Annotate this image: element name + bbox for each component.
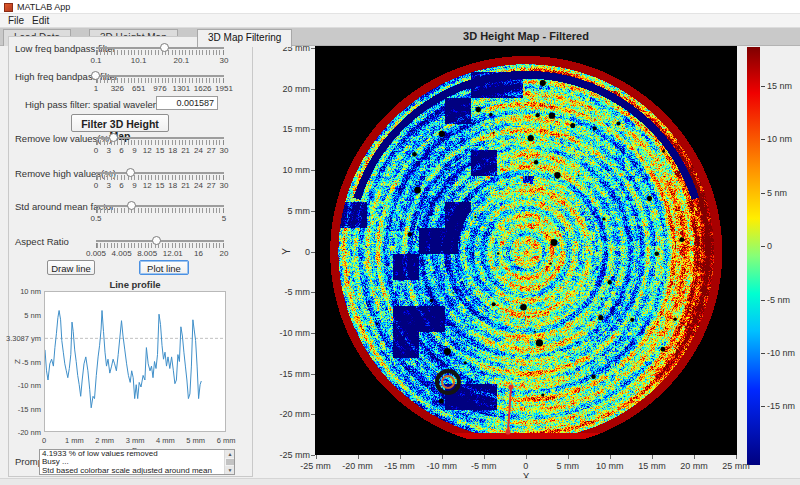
line-profile-y-tick: 5 nm — [0, 311, 41, 320]
heatmap-x-tickmark — [316, 455, 317, 459]
slider-tick-label: 27 — [207, 181, 216, 190]
high-freq-bandpass-slider: 1326651976130116261951 — [96, 69, 224, 93]
slider-tick-label: 326 — [111, 84, 124, 93]
colorbar — [747, 47, 760, 465]
slider-tick-label: 0 — [94, 181, 98, 190]
menu-file[interactable]: File — [4, 15, 28, 26]
std-around-mean-slider: 0.55 — [96, 199, 224, 223]
window-bottom-edge — [0, 478, 800, 485]
remove-high-values-row: Remove high values(%) 036912151821242730 — [9, 166, 254, 192]
prompt-textarea[interactable]: 4.1933 % of low values removed Busy ... … — [39, 449, 235, 475]
heatmap-y-tick: 5 mm — [262, 206, 310, 216]
slider-tick-labels: 0.0054.0058.00512.011620 — [96, 249, 224, 258]
line-profile-x-tick: 1 mm — [65, 436, 84, 445]
slider-ruler — [96, 208, 224, 213]
slider-tick-labels: 036912151821242730 — [96, 181, 224, 190]
slider-thumb[interactable] — [126, 168, 135, 177]
colorbar-tick-label: 15 nm — [767, 81, 792, 91]
heatmap-x-tickmark — [484, 455, 485, 459]
heatmap-plot-area[interactable] — [315, 46, 737, 455]
slider-tick-label: 6 — [119, 181, 123, 190]
colorbar-tick-label: -5 nm — [767, 295, 790, 305]
slider-tick-label: 21 — [181, 181, 190, 190]
filter-control-panel: Low freq bandpass filter 0.110.120.130 H… — [8, 36, 253, 477]
slider-tick-label: 9 — [132, 181, 136, 190]
slider-tick-label: 12.01 — [163, 249, 183, 258]
heatmap-x-tick: -10 mm — [426, 461, 457, 471]
line-profile-y-tick: -5 nm — [0, 358, 41, 367]
line-profile-y-tick: -20 nm — [0, 428, 41, 437]
scroll-thumb[interactable] — [226, 459, 234, 465]
slider-tick-label: 1 — [94, 84, 98, 93]
slider-ruler — [96, 243, 224, 248]
line-profile-x-tick: 6 mm — [217, 436, 236, 445]
slider-tick-label: 3 — [107, 146, 111, 155]
heatmap-x-tick: -15 mm — [384, 461, 415, 471]
line-profile-x-tick: 5 mm — [186, 436, 205, 445]
slider-tick-label: 18 — [168, 181, 177, 190]
slider-tick-label: 1626 — [194, 84, 212, 93]
slider-tick-label: 6 — [119, 146, 123, 155]
high-freq-bandpass-row: High freq bandpass filter 13266519761301… — [9, 69, 254, 95]
scroll-down-icon[interactable]: ▼ — [225, 466, 235, 474]
heatmap-y-tick: -10 mm — [262, 328, 310, 338]
slider-tick-label: 27 — [207, 146, 216, 155]
slider-tick-label: 5 — [222, 214, 226, 223]
slider-tick-label: 30 — [220, 146, 229, 155]
colorbar-tickmark — [761, 139, 765, 140]
heatmap-x-tickmark — [736, 455, 737, 459]
slider-tick-label: 18 — [168, 146, 177, 155]
slider-tick-label: 4.005 — [112, 249, 132, 258]
heatmap-x-tick: 20 mm — [680, 461, 708, 471]
slider-ruler — [96, 50, 224, 55]
slider-track — [96, 75, 224, 77]
colorbar-tickmark — [761, 246, 765, 247]
wafer-heatmap-canvas[interactable] — [315, 46, 737, 455]
aspect-ratio-label: Aspect Ratio — [15, 236, 69, 247]
slider-tick-label: 24 — [194, 181, 203, 190]
line-profile-chart: Line profile Z D 10 nm5 nm3.3087 ym-5 nm… — [13, 279, 251, 457]
filter-3d-height-map-button[interactable]: Filter 3D Height Map — [71, 114, 169, 132]
heatmap-x-tick: 10 mm — [596, 461, 624, 471]
slider-thumb[interactable] — [91, 71, 100, 80]
slider-tick-label: 3 — [107, 181, 111, 190]
slider-tick-label: 12 — [143, 146, 152, 155]
slider-tick-label: 1951 — [215, 84, 233, 93]
slider-tick-label: 0.005 — [86, 249, 106, 258]
heatmap-x-tickmark — [652, 455, 653, 459]
heatmap-x-tick: 5 mm — [557, 461, 580, 471]
menubar: File Edit — [0, 14, 800, 28]
prompt-scrollbar[interactable]: ▲ ▼ — [224, 450, 234, 474]
tab-3d-map-filtering[interactable]: 3D Map Filtering — [197, 29, 292, 47]
slider-tick-label: 8.005 — [137, 249, 157, 258]
heatmap-y-tickmark — [311, 89, 315, 90]
menu-edit[interactable]: Edit — [28, 15, 53, 26]
heatmap-y-tickmark — [311, 252, 315, 253]
slider-tick-label: 0 — [94, 146, 98, 155]
heatmap-x-tickmark — [526, 455, 527, 459]
heatmap-x-tickmark — [568, 455, 569, 459]
colorbar-tick-label: 5 nm — [767, 188, 787, 198]
slider-tick-label: 9 — [132, 146, 136, 155]
plot-line-button[interactable]: Plot line — [139, 260, 189, 275]
heatmap-x-tickmark — [610, 455, 611, 459]
titlebar: MATLAB App — [0, 0, 800, 14]
draw-line-button[interactable]: Draw line — [47, 260, 95, 275]
slider-thumb[interactable] — [109, 133, 118, 142]
heatmap-x-tick: -25 mm — [300, 461, 331, 471]
heatmap-y-tick: -15 mm — [262, 369, 310, 379]
highpass-wavelength-field[interactable]: 0.001587 — [156, 96, 218, 110]
remove-high-values-slider: 036912151821242730 — [96, 166, 224, 190]
aspect-ratio-slider: 0.0054.0058.00512.011620 — [96, 234, 224, 258]
slider-thumb[interactable] — [127, 201, 136, 210]
slider-tick-label: 30 — [220, 56, 229, 65]
slider-ruler — [96, 78, 224, 83]
remove-low-values-row: Remove low values(%) 036912151821242730 — [9, 131, 254, 157]
matlab-app-window: MATLAB App File Edit Load Data 3D Height… — [0, 0, 800, 485]
heatmap-x-tick: 15 mm — [638, 461, 666, 471]
heatmap-y-tickmark — [311, 129, 315, 130]
prompt-line: 4.1933 % of low values removed — [40, 450, 234, 458]
heatmap-x-tickmark — [442, 455, 443, 459]
line-profile-x-tick: 0 — [42, 436, 46, 445]
scroll-up-icon[interactable]: ▲ — [225, 450, 235, 458]
